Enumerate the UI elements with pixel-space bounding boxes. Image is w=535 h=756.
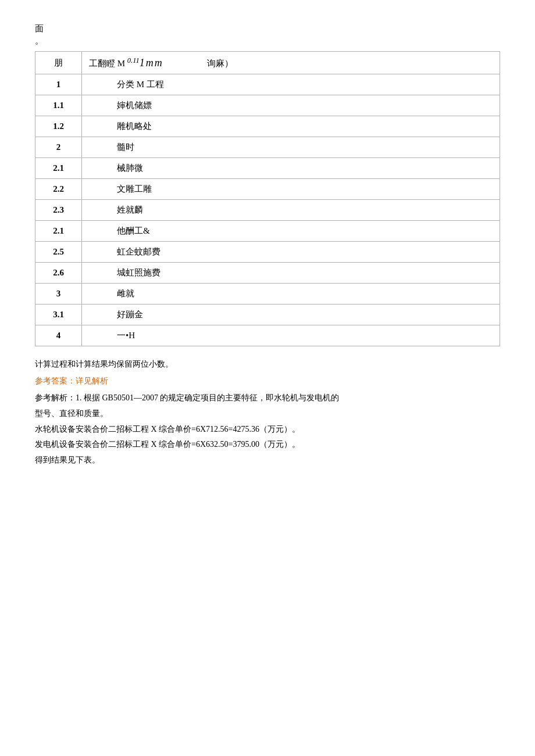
main-table: 朋 工翻瞪 M 0.111mm 询麻） 1 分类 M 工程 1.1 婶机储嫖 1… bbox=[35, 51, 500, 346]
row-num: 2.1 bbox=[35, 158, 82, 179]
table-row: 2.2 文雕工雕 bbox=[35, 179, 500, 200]
table-row: 2.1 他酬工& bbox=[35, 221, 500, 242]
table-row: 2.1 械肺微 bbox=[35, 158, 500, 179]
row-num: 2.2 bbox=[35, 179, 82, 200]
row-content: 婶机储嫖 bbox=[82, 95, 500, 116]
analysis-line: 发电机设备安装合价二招标工程 X 综合单价=6X632.50=3795.00（万… bbox=[35, 437, 500, 453]
analysis-line: 水轮机设备安装合价二招标工程 X 综合单价=6X712.56=4275.36（万… bbox=[35, 422, 500, 438]
row-content: 虹企蚊邮费 bbox=[82, 242, 500, 263]
top-line1: 面 bbox=[35, 23, 500, 34]
table-row: 2.3 姓就麟 bbox=[35, 200, 500, 221]
row-num: 2.5 bbox=[35, 242, 82, 263]
analysis-line: 得到结果见下表。 bbox=[35, 453, 500, 468]
row-content: 文雕工雕 bbox=[82, 179, 500, 200]
row-num: 3.1 bbox=[35, 304, 82, 325]
row-num: 1.1 bbox=[35, 95, 82, 116]
row-num: 2.3 bbox=[35, 200, 82, 221]
row-num: 1.2 bbox=[35, 116, 82, 137]
header-italic: 1mm bbox=[140, 57, 163, 69]
analysis-line: 参考解析：1. 根据 GB50501—2007 的规定确定项目的主要特征，即水轮… bbox=[35, 390, 500, 406]
header-right-text: 询麻） bbox=[207, 59, 233, 68]
row-content: 他酬工& bbox=[82, 221, 500, 242]
table-row: 3 雌就 bbox=[35, 284, 500, 304]
row-num: 3 bbox=[35, 284, 82, 304]
analysis-line: 型号、直径和质量。 bbox=[35, 406, 500, 422]
table-row: 2 髓时 bbox=[35, 137, 500, 158]
header-superscript: 0.11 bbox=[127, 56, 140, 65]
row-num: 2 bbox=[35, 137, 82, 158]
table-header-row: 朋 工翻瞪 M 0.111mm 询麻） bbox=[35, 52, 500, 74]
row-content: 分类 M 工程 bbox=[82, 74, 500, 95]
header-col-num: 朋 bbox=[35, 52, 82, 74]
table-row: 2.6 城虹照施费 bbox=[35, 263, 500, 284]
table-row: 2.5 虹企蚊邮费 bbox=[35, 242, 500, 263]
row-num: 2.1 bbox=[35, 221, 82, 242]
table-row: 4 一•H bbox=[35, 325, 500, 346]
table-row: 3.1 好蹦金 bbox=[35, 304, 500, 325]
table-row: 1.1 婶机储嫖 bbox=[35, 95, 500, 116]
header-col-content: 工翻瞪 M 0.111mm 询麻） bbox=[82, 52, 500, 74]
table-body: 1 分类 M 工程 1.1 婶机储嫖 1.2 雕机略处 2 髓时 2.1 械肺微… bbox=[35, 74, 500, 346]
note-text: 计算过程和计算结果均保留两位小数。 bbox=[35, 357, 500, 371]
top-line2: 。 bbox=[35, 35, 500, 46]
ref-answer-value: 详见解析 bbox=[76, 377, 108, 385]
ref-answer-line: 参考答案：详见解析 bbox=[35, 374, 500, 388]
row-content: 雕机略处 bbox=[82, 116, 500, 137]
analysis-block: 参考解析：1. 根据 GB50501—2007 的规定确定项目的主要特征，即水轮… bbox=[35, 390, 500, 468]
header-main-text: 工翻瞪 M bbox=[89, 59, 125, 68]
row-num: 4 bbox=[35, 325, 82, 346]
row-num: 2.6 bbox=[35, 263, 82, 284]
ref-answer-label: 参考答案： bbox=[35, 377, 76, 385]
row-content: 髓时 bbox=[82, 137, 500, 158]
row-content: 械肺微 bbox=[82, 158, 500, 179]
table-row: 1.2 雕机略处 bbox=[35, 116, 500, 137]
row-content: 雌就 bbox=[82, 284, 500, 304]
row-num: 1 bbox=[35, 74, 82, 95]
row-content: 一•H bbox=[82, 325, 500, 346]
row-content: 好蹦金 bbox=[82, 304, 500, 325]
row-content: 姓就麟 bbox=[82, 200, 500, 221]
row-content: 城虹照施费 bbox=[82, 263, 500, 284]
table-row: 1 分类 M 工程 bbox=[35, 74, 500, 95]
